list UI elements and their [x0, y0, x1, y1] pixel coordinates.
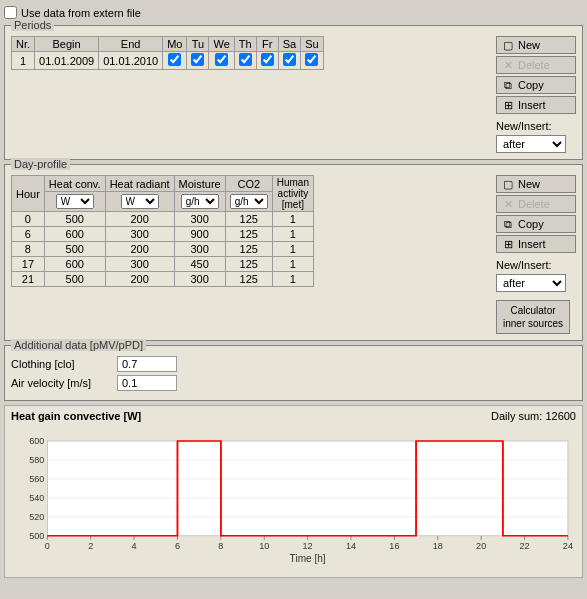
period-begin: 01.01.2009 [35, 52, 99, 70]
period-mo[interactable] [163, 52, 187, 70]
dp-heat-radiant: 200 [105, 242, 174, 257]
new-icon: ▢ [501, 38, 515, 52]
chart-daily-sum: Daily sum: 12600 [491, 410, 576, 422]
day-profile-buttons: ▢ New ✕ Delete ⧉ Copy ⊞ Insert [496, 175, 576, 334]
dp-human-activity: 1 [272, 257, 313, 272]
dp-insert-label: Insert [518, 238, 546, 250]
dp-new-insert-label: New/Insert: [496, 259, 576, 271]
clothing-input[interactable] [117, 356, 177, 372]
air-velocity-label: Air velocity [m/s] [11, 377, 111, 389]
period-sa[interactable] [278, 52, 300, 70]
chart-title: Heat gain convective [W] [11, 410, 141, 422]
dp-hour: 21 [12, 272, 45, 287]
periods-table-area: Nr. Begin End Mo Tu We Th Fr Sa Su [11, 36, 490, 153]
period-fr[interactable] [256, 52, 278, 70]
air-velocity-input[interactable] [117, 375, 177, 391]
moisture-unit-select[interactable]: g/h [181, 194, 219, 209]
periods-new-insert-label: New/Insert: [496, 120, 576, 132]
svg-text:14: 14 [346, 541, 356, 551]
dp-hour: 0 [12, 212, 45, 227]
dp-moisture: 300 [174, 212, 225, 227]
clothing-label: Clothing [clo] [11, 358, 111, 370]
periods-dropdown[interactable]: after before [496, 135, 566, 153]
periods-buttons: ▢ New ✕ Delete ⧉ Copy ⊞ Insert [496, 36, 576, 153]
co2-unit-select[interactable]: g/h [230, 194, 268, 209]
svg-text:16: 16 [389, 541, 399, 551]
svg-text:6: 6 [175, 541, 180, 551]
col-th: Th [234, 37, 256, 52]
col-we: We [209, 37, 234, 52]
svg-text:560: 560 [29, 474, 44, 484]
dp-delete-button[interactable]: ✕ Delete [496, 195, 576, 213]
svg-text:600: 600 [29, 436, 44, 446]
additional-section: Additional data [pMV/pPD] Clothing [clo]… [4, 345, 583, 401]
svg-text:22: 22 [519, 541, 529, 551]
svg-text:8: 8 [218, 541, 223, 551]
col-su: Su [301, 37, 323, 52]
periods-table: Nr. Begin End Mo Tu We Th Fr Sa Su [11, 36, 324, 70]
main-container: Use data from extern file Periods Nr. Be… [0, 0, 587, 582]
dp-heat-conv: 600 [44, 227, 105, 242]
periods-section: Periods Nr. Begin End Mo Tu We [4, 25, 583, 160]
periods-copy-button[interactable]: ⧉ Copy [496, 76, 576, 94]
dp-col-hour: Hour [12, 176, 45, 212]
col-tu: Tu [187, 37, 209, 52]
period-end: 01.01.2010 [99, 52, 163, 70]
dp-col-heat-conv-header: Heat conv. [44, 176, 105, 192]
dp-heat-conv: 500 [44, 242, 105, 257]
period-nr: 1 [12, 52, 35, 70]
dp-co2: 125 [225, 212, 272, 227]
dp-hour: 8 [12, 242, 45, 257]
dp-human-activity: 1 [272, 242, 313, 257]
dp-co2: 125 [225, 257, 272, 272]
dp-co2: 125 [225, 272, 272, 287]
svg-text:580: 580 [29, 455, 44, 465]
dp-copy-icon: ⧉ [501, 217, 515, 231]
dp-heat-radiant: 200 [105, 212, 174, 227]
additional-content: Clothing [clo] Air velocity [m/s] [5, 346, 582, 400]
period-we[interactable] [209, 52, 234, 70]
chart-section: Heat gain convective [W] Daily sum: 1260… [4, 405, 583, 578]
clothing-row: Clothing [clo] [11, 356, 576, 372]
heat-radiant-unit-select[interactable]: W [121, 194, 159, 209]
period-th[interactable] [234, 52, 256, 70]
dp-new-button[interactable]: ▢ New [496, 175, 576, 193]
col-end: End [99, 37, 163, 52]
dp-col-heat-conv-unit: W [44, 192, 105, 212]
periods-delete-button[interactable]: ✕ Delete [496, 56, 576, 74]
svg-text:10: 10 [259, 541, 269, 551]
period-su[interactable] [301, 52, 323, 70]
dp-moisture: 450 [174, 257, 225, 272]
dp-dropdown[interactable]: after before [496, 274, 566, 292]
svg-text:Time [h]: Time [h] [290, 553, 326, 564]
col-sa: Sa [278, 37, 300, 52]
dp-col-human-activity-header: Humanactivity[met] [272, 176, 313, 212]
day-profile-table-area: Hour Heat conv. Heat radiant Moisture CO… [11, 175, 490, 334]
day-profile-title: Day-profile [11, 158, 70, 170]
copy-icon: ⧉ [501, 78, 515, 92]
periods-insert-label: Insert [518, 99, 546, 111]
chart-container: 500520540560580600024681012141618202224T… [11, 426, 576, 571]
calculator-button[interactable]: Calculatorinner sources [496, 300, 570, 334]
dp-moisture: 300 [174, 272, 225, 287]
period-tu[interactable] [187, 52, 209, 70]
periods-new-button[interactable]: ▢ New [496, 36, 576, 54]
additional-title: Additional data [pMV/pPD] [11, 339, 146, 351]
periods-delete-label: Delete [518, 59, 550, 71]
periods-layout: Nr. Begin End Mo Tu We Th Fr Sa Su [11, 36, 576, 153]
col-nr: Nr. [12, 37, 35, 52]
heat-conv-unit-select[interactable]: W [56, 194, 94, 209]
svg-text:540: 540 [29, 493, 44, 503]
dp-copy-button[interactable]: ⧉ Copy [496, 215, 576, 233]
extern-file-checkbox[interactable] [4, 6, 17, 19]
svg-text:2: 2 [88, 541, 93, 551]
svg-text:12: 12 [303, 541, 313, 551]
dp-heat-radiant: 300 [105, 227, 174, 242]
day-profile-table: Hour Heat conv. Heat radiant Moisture CO… [11, 175, 314, 287]
dp-insert-button[interactable]: ⊞ Insert [496, 235, 576, 253]
col-fr: Fr [256, 37, 278, 52]
dp-col-heat-radiant-header: Heat radiant [105, 176, 174, 192]
dp-moisture: 300 [174, 242, 225, 257]
top-checkbox-row: Use data from extern file [4, 4, 583, 21]
periods-insert-button[interactable]: ⊞ Insert [496, 96, 576, 114]
